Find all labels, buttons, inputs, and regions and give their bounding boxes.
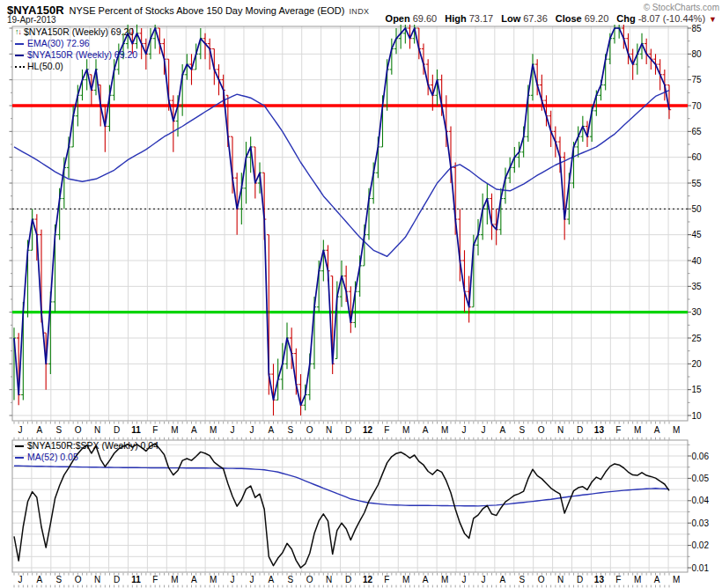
lower-y-axis-label: 0.01	[692, 563, 710, 573]
x-axis-label: D	[114, 575, 120, 584]
x-axis-label: S	[519, 575, 525, 584]
chg-label: Chg	[616, 13, 635, 24]
y-axis-label: 70	[692, 101, 703, 111]
x-axis-label: N	[94, 425, 100, 435]
x-axis-label: A	[37, 575, 43, 584]
x-axis-label: F	[152, 575, 158, 584]
x-axis-label: J	[481, 425, 485, 435]
x-axis-label: A	[500, 575, 506, 584]
x-axis-label: A	[654, 575, 660, 584]
x-axis-label: J	[249, 425, 254, 435]
x-axis-label: O	[306, 425, 313, 435]
lower-y-axis-label: 0.04	[692, 496, 710, 505]
legend-hline-label: HL(50.0)	[27, 61, 63, 72]
x-axis-label: M	[441, 575, 448, 584]
lower-y-axis-label: 0.02	[692, 540, 710, 550]
close-label: Close	[556, 13, 582, 24]
exchange-label: INDX	[349, 7, 369, 16]
x-axis-label: S	[287, 575, 293, 584]
x-axis-label: A	[500, 425, 506, 435]
x-axis-label: M	[673, 575, 680, 584]
price-line-icon	[15, 55, 24, 56]
y-axis-label: 25	[692, 334, 703, 343]
price-chart-svg: 858075706560555045403530252015100.060.05…	[0, 0, 722, 588]
x-axis-label: A	[37, 425, 43, 435]
y-axis-label: 35	[692, 282, 703, 291]
main-chart-legend: ↑↓ $NYA150R (Weekly) 69.20 EMA(30) 72.96…	[15, 26, 137, 72]
x-axis-label: J	[231, 575, 235, 584]
x-axis-label: M	[634, 425, 641, 435]
legend-ratio-label: $NYA150R:$SPX (Weekly) 0.04	[27, 440, 158, 452]
x-axis-label: J	[18, 575, 23, 584]
x-axis-label: D	[114, 425, 120, 435]
chart-date: 19-Apr-2013	[7, 15, 56, 25]
x-axis-label: M	[402, 425, 409, 435]
x-axis-label: O	[75, 425, 82, 435]
x-axis-label: A	[423, 425, 429, 435]
y-axis-label: 80	[692, 49, 703, 59]
open-value: 69.60	[413, 13, 438, 24]
y-axis-label: 50	[692, 204, 703, 214]
quote-bar: Open69.60High73.17Low67.36Close69.20Chg-…	[378, 13, 717, 24]
x-axis-label: 11	[131, 425, 141, 435]
x-axis-label: F	[615, 575, 621, 584]
x-axis-label: D	[345, 575, 351, 584]
legend-price-line-label: $NYA150R (Weekly) 69.20	[27, 49, 137, 61]
ratio-line-icon	[15, 445, 24, 447]
x-axis-label: A	[191, 425, 197, 435]
y-axis-label: 10	[692, 411, 703, 421]
x-axis-label: D	[345, 425, 351, 435]
x-axis-label: J	[231, 425, 235, 435]
y-axis-label: 30	[692, 307, 703, 317]
x-axis-label: M	[210, 425, 217, 435]
y-axis-label: 15	[692, 385, 703, 394]
ema-line-icon	[15, 43, 24, 45]
copyright: © StockCharts.com	[644, 3, 719, 12]
lower-y-axis-label: 0.05	[692, 474, 710, 483]
lower-y-axis-label: 0.03	[692, 518, 710, 528]
x-axis-label: J	[18, 425, 23, 435]
x-axis-label: A	[269, 425, 275, 435]
y-axis-label: 60	[692, 152, 703, 162]
y-axis-label: 20	[692, 359, 703, 369]
x-axis-label: N	[94, 575, 100, 584]
y-axis-label: 55	[692, 179, 703, 188]
x-axis-label: 12	[363, 575, 373, 584]
x-axis-label: A	[191, 575, 197, 584]
ma52-line	[14, 466, 669, 506]
legend-ema-label: EMA(30) 72.96	[27, 38, 90, 49]
high-value: 73.17	[469, 13, 494, 24]
x-axis-label: M	[171, 575, 178, 584]
x-axis-label: F	[615, 425, 621, 435]
x-axis-label: F	[384, 425, 389, 435]
x-axis-label: S	[519, 425, 525, 435]
y-axis-label: 85	[692, 24, 703, 33]
y-axis-label: 75	[692, 75, 703, 85]
x-axis-label: D	[577, 575, 583, 584]
x-axis-label: 11	[131, 575, 141, 584]
x-axis-label: S	[55, 575, 62, 584]
x-axis-label: O	[538, 425, 545, 435]
stockcharts-page: 858075706560555045403530252015100.060.05…	[0, 0, 722, 588]
open-label: Open	[386, 13, 410, 24]
updown-arrows-icon: ↑↓	[15, 26, 21, 38]
x-axis-label: J	[249, 575, 254, 584]
x-axis-label: M	[634, 575, 641, 584]
x-axis-label: N	[326, 575, 332, 584]
low-label: Low	[501, 13, 520, 24]
x-axis-label: M	[402, 575, 409, 584]
lower-chart-legend: $NYA150R:$SPX (Weekly) 0.04 MA(52) 0.05	[15, 440, 158, 463]
x-axis-label: M	[171, 425, 178, 435]
chart-title: NYSE Percent of Stocks Above 150 Day Mov…	[70, 5, 345, 16]
x-axis-label: J	[481, 575, 485, 584]
x-axis-label: O	[538, 575, 545, 584]
x-axis-label: J	[462, 575, 467, 584]
legend-ma52-label: MA(52) 0.05	[27, 452, 78, 463]
y-axis-label: 45	[692, 230, 703, 239]
x-axis-label: J	[462, 425, 467, 435]
x-axis-label: S	[287, 425, 293, 435]
x-axis-label: O	[75, 575, 82, 584]
x-axis-label: N	[557, 425, 564, 435]
legend-price-label: $NYA150R (Weekly) 69.20	[24, 26, 134, 38]
change-down-triangle-icon: ▼	[709, 15, 717, 24]
